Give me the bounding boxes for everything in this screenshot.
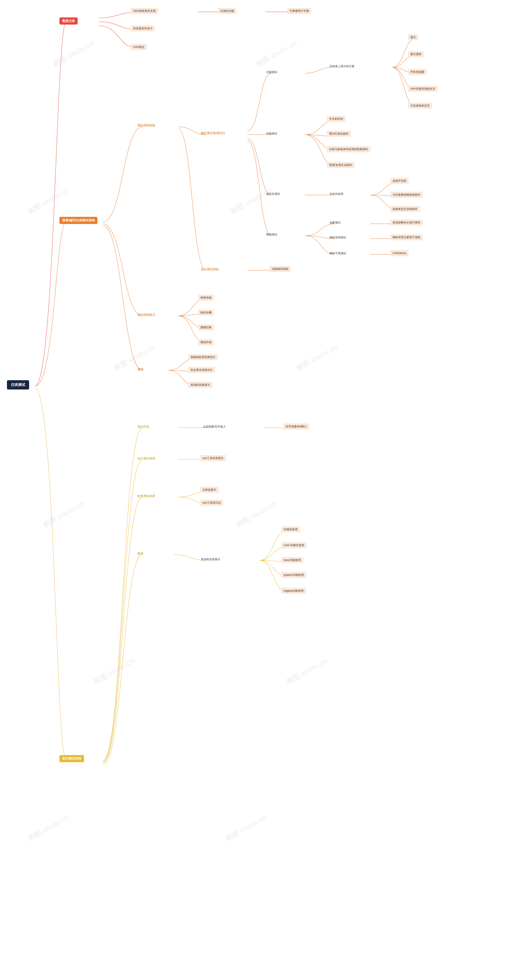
node-diag: 诊断测试 (327, 220, 343, 226)
node-media-cont: 多媒体交互连续操作 (390, 206, 420, 212)
node-confirm: 确定测试项/测试点 (198, 130, 228, 137)
node-can-send: can工具发送报文 (200, 455, 226, 461)
node-review-cases: 案例 (135, 366, 146, 373)
l1-familiarity[interactable]: 熟悉仪表 (59, 18, 78, 25)
watermark: 树图 shutu.cn 树图 shutu.cn 树图 shutu.cn 树图 s… (0, 0, 507, 980)
node-sound: 声音类提醒 (408, 69, 427, 75)
node-steps: 操作步骤 (198, 310, 214, 316)
node-manual: 可查看用户手册 (287, 8, 312, 14)
node-can-msg: CAN报文 (131, 44, 147, 50)
node-func-cases: 功能测试用例 (269, 266, 291, 272)
l1-review[interactable]: 查看/编写仪表测试用例 (59, 217, 97, 224)
node-exec-log: can工具抓日志 (200, 500, 223, 506)
node-media-delay: 仪表与多媒体等应用的投射延时 (327, 146, 370, 152)
node-warn-delay: 警示灯变化延时 (327, 131, 351, 137)
node-check: 检查测试结果 (135, 493, 158, 500)
node-exec-run: 执行测试用例 (135, 455, 158, 462)
l1-execute[interactable]: 执行测试用例 (59, 755, 84, 762)
node-charge-interact: 与充放电的交互 (408, 103, 432, 109)
node-diag-send: 发送诊断命令进行测试 (390, 220, 423, 226)
node-longuse: 长时间使用 (327, 191, 346, 197)
node-review-rpm: 发动机转速显示 (188, 382, 212, 388)
node-cont-power: 连续开关机 (390, 178, 409, 184)
node-exec-env: 测试环境 (135, 423, 152, 430)
node-network: 网络测试 (264, 231, 280, 238)
node-func-test: 功能测试 (264, 69, 280, 75)
node-thinking: 测试用例思路 (135, 122, 158, 129)
node-elements: 仪表盘上显示的元素 (327, 63, 357, 70)
node-setup: 台架搭建/实车接入 (200, 423, 229, 430)
node-netmgr-save: 网络管理主要用于省电 (390, 234, 423, 240)
mind-map: 树图 shutu.cn 树图 shutu.cn 树图 shutu.cn 树图 s… (0, 0, 507, 980)
node-canig: CAN IG模块使用 (281, 542, 307, 548)
node-graphic: graphic功能使用 (281, 572, 306, 578)
node-expected: 预期结果 (198, 325, 214, 331)
node-canstress: CANStress (390, 250, 408, 256)
node-stable: 稳定性测试 (264, 191, 283, 197)
node-ig: IG模块使用 (281, 527, 300, 533)
node-center-interact: 与中控屏应用的交互 (408, 86, 438, 92)
node-display: 显示 (408, 34, 418, 40)
node-power-time: 开关机时间 (327, 116, 345, 122)
node-perf: 性能测试 (264, 130, 280, 137)
root-node: 仪表测试 (7, 380, 29, 390)
node-dashboard-design: 仪表盘软件设计 (131, 25, 155, 32)
node-display-logic: 显示逻辑 (408, 51, 424, 57)
node-func: 仪表的功能 (218, 8, 237, 14)
node-netmgr: 网络管理测试 (327, 234, 349, 241)
node-exec-dashboard: 仪表盘显示 (200, 487, 219, 493)
node-seatbelt: 安全带未系指示灯 (188, 367, 215, 373)
node-netdist: 网络干扰测试 (327, 250, 349, 257)
node-format: 测试用例格式 (135, 312, 158, 318)
node-smart-key: 智能钥匙系统警告灯 (188, 354, 218, 360)
node-design: 设计测试用例 (198, 266, 221, 273)
node-env: 测试环境 (198, 339, 214, 345)
node-exec-cases: 案例 (135, 550, 146, 557)
node-logging: logging功能使用 (281, 588, 306, 594)
node-level: 用例等级 (198, 295, 214, 301)
node-traco: traco功能使用 (281, 557, 303, 563)
node-exec-rpm: 发动机转速显示 (198, 556, 223, 563)
node-dual-delay: 双屏/多屏互动延时 (327, 162, 354, 168)
node-steering-btn: 方向盘硬按键连续操作 (390, 192, 423, 198)
node-srd: SRD系统需求文档 (131, 8, 158, 14)
node-obd: 实车连接obd接口 (283, 423, 309, 430)
